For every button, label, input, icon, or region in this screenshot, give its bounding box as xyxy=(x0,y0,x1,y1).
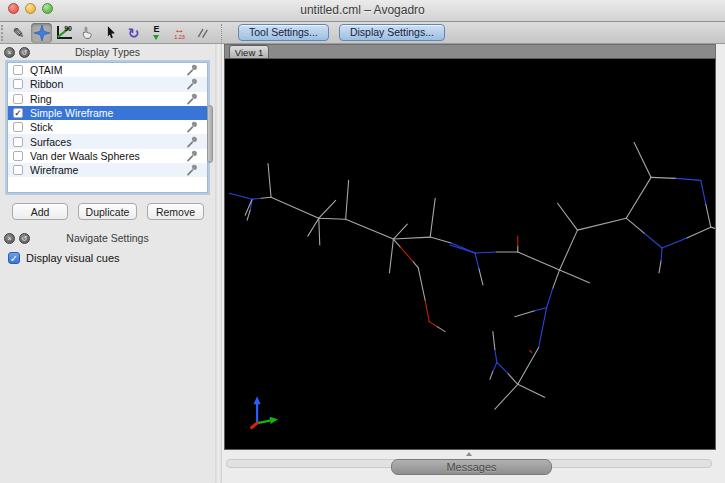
dock-splitter[interactable] xyxy=(215,44,222,483)
wrench-icon[interactable] xyxy=(186,93,198,105)
display-type-row[interactable]: Ring xyxy=(8,92,207,106)
display-type-label: Wireframe xyxy=(30,164,186,176)
angle-90-icon: 90 xyxy=(57,26,72,39)
add-button[interactable]: Add xyxy=(12,203,68,220)
navigate-tool-button[interactable] xyxy=(31,23,52,43)
display-type-checkbox[interactable] xyxy=(13,94,23,104)
display-type-label: Stick xyxy=(30,121,186,133)
display-type-checkbox[interactable] xyxy=(13,122,23,132)
gl-viewport[interactable] xyxy=(224,58,716,450)
toolbar-separator xyxy=(221,24,222,42)
optimize-icon: E xyxy=(153,25,159,40)
cursor-arrow-icon xyxy=(104,25,118,40)
window-title: untitled.cml – Avogadro xyxy=(0,0,725,22)
display-visual-cues-checkbox[interactable]: ✓ xyxy=(8,252,20,264)
pencil-icon: ✎ xyxy=(13,26,25,40)
toolbar: ✎ 90 ↻ E xyxy=(0,22,725,44)
wrench-icon[interactable] xyxy=(186,64,198,76)
display-type-label: Surfaces xyxy=(30,136,186,148)
manipulate-tool-button[interactable] xyxy=(77,23,98,43)
axes-indicator xyxy=(252,396,278,427)
display-type-checkbox[interactable] xyxy=(13,137,23,147)
remove-button[interactable]: Remove xyxy=(147,203,204,220)
display-type-checkbox[interactable] xyxy=(13,151,23,161)
tab-view-1[interactable]: View 1 xyxy=(229,45,269,59)
close-icon[interactable]: × xyxy=(4,47,15,58)
display-type-row[interactable]: Wireframe xyxy=(8,163,207,177)
splitter-caret-icon xyxy=(466,452,472,456)
display-type-row[interactable]: Ribbon xyxy=(8,77,207,91)
green-down-arrow-icon xyxy=(153,35,159,40)
close-icon[interactable]: × xyxy=(4,233,15,244)
view-tab-bar: View 1 xyxy=(224,44,716,58)
left-dock: × ↺ Display Types QTAIMRibbonRing✓Simple… xyxy=(0,44,215,483)
display-types-header: × ↺ Display Types xyxy=(0,44,215,60)
messages-button[interactable]: Messages xyxy=(391,459,552,475)
display-type-row[interactable]: QTAIM xyxy=(8,63,207,77)
display-type-row[interactable]: ✓Simple Wireframe xyxy=(8,106,207,120)
display-types-scrollbar[interactable] xyxy=(207,105,213,163)
molecule-svg xyxy=(225,59,715,449)
display-types-title: Display Types xyxy=(0,46,215,58)
optimize-label: E xyxy=(153,25,159,34)
display-type-label: QTAIM xyxy=(30,64,186,76)
display-type-row[interactable]: Van der Waals Spheres xyxy=(8,149,207,163)
wrench-icon[interactable] xyxy=(186,136,198,148)
wrench-icon[interactable] xyxy=(186,121,198,133)
display-type-label: Van der Waals Spheres xyxy=(30,150,186,162)
display-type-label: Ring xyxy=(30,93,186,105)
measure-label: 1.23 xyxy=(174,35,185,41)
selection-tool-button[interactable] xyxy=(100,23,121,43)
navigate-settings-header: × ↺ Navigate Settings xyxy=(0,230,215,246)
bond-centric-tool-button[interactable]: 90 xyxy=(54,23,75,43)
display-type-label: Ribbon xyxy=(30,78,186,90)
navigate-settings-title: Navigate Settings xyxy=(0,232,215,244)
wrench-icon[interactable] xyxy=(186,150,198,162)
measure-icon: ↔ 1.23 xyxy=(174,24,185,41)
display-type-checkbox[interactable]: ✓ xyxy=(13,108,23,118)
title-bar: untitled.cml – Avogadro xyxy=(0,0,725,22)
wrench-icon[interactable] xyxy=(186,78,198,90)
duplicate-button[interactable]: Duplicate xyxy=(78,203,137,220)
tool-settings-button[interactable]: Tool Settings... xyxy=(238,24,329,41)
rotate-circle-icon: ↻ xyxy=(128,26,140,40)
hand-icon xyxy=(80,25,95,40)
toolbar-grip[interactable] xyxy=(1,25,6,41)
auto-optimize-tool-button[interactable]: E xyxy=(146,23,167,43)
auto-rotate-tool-button[interactable]: ↻ xyxy=(123,23,144,43)
wrench-icon[interactable] xyxy=(186,164,198,176)
undock-icon[interactable]: ↺ xyxy=(19,233,30,244)
angle-90-label: 90 xyxy=(64,25,72,32)
display-type-row[interactable]: Stick xyxy=(8,120,207,134)
display-type-label: Simple Wireframe xyxy=(30,107,207,119)
display-type-checkbox[interactable] xyxy=(13,79,23,89)
display-visual-cues-label: Display visual cues xyxy=(26,252,120,264)
molecule-lines xyxy=(229,143,715,410)
draw-tool-button[interactable]: ✎ xyxy=(8,23,29,43)
navigate-compass-icon xyxy=(34,25,50,41)
display-type-row[interactable]: Surfaces xyxy=(8,134,207,148)
display-type-checkbox[interactable] xyxy=(13,165,23,175)
display-types-list: QTAIMRibbonRing✓Simple WireframeStickSur… xyxy=(7,62,208,193)
display-settings-button[interactable]: Display Settings... xyxy=(339,24,445,41)
display-type-checkbox[interactable] xyxy=(13,65,23,75)
measure-tool-button[interactable]: ↔ 1.23 xyxy=(169,23,190,43)
undock-icon[interactable]: ↺ xyxy=(19,47,30,58)
avogadro-window: untitled.cml – Avogadro ✎ 90 xyxy=(0,0,725,483)
display-types-buttons: Add Duplicate Remove xyxy=(0,203,215,220)
align-slashes-icon xyxy=(196,26,210,40)
align-tool-button[interactable] xyxy=(192,23,213,43)
display-visual-cues-row: ✓ Display visual cues xyxy=(8,252,120,264)
